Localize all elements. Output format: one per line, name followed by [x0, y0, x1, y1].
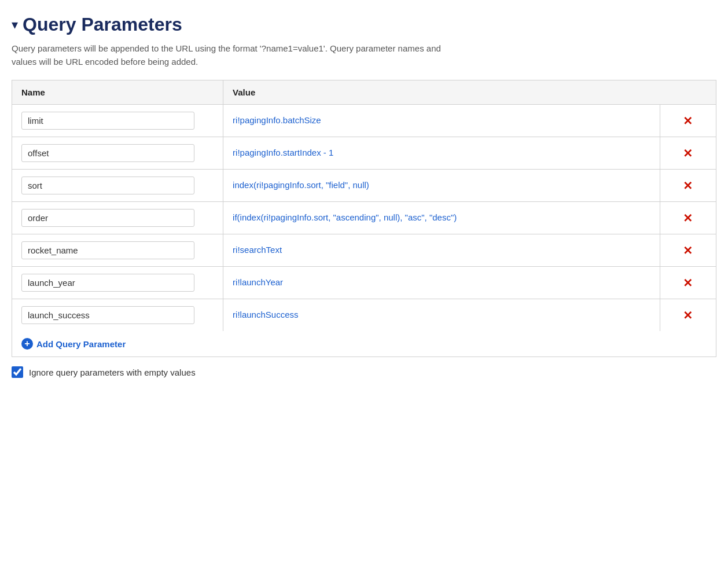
add-param-label: Add Query Parameter — [36, 339, 126, 349]
delete-icon: ✕ — [683, 212, 693, 225]
delete-param-button[interactable]: ✕ — [678, 307, 697, 324]
param-value-cell: index(ri!pagingInfo.sort, "field", null) — [223, 170, 660, 202]
add-query-param-button[interactable]: + Add Query Parameter — [21, 338, 126, 350]
table-row: if(index(ri!pagingInfo.sort, "ascending"… — [12, 202, 716, 234]
name-cell — [12, 234, 223, 267]
delete-cell: ✕ — [660, 170, 716, 202]
param-value-cell: ri!pagingInfo.startIndex - 1 — [223, 137, 660, 170]
delete-cell: ✕ — [660, 267, 716, 299]
param-name-input[interactable] — [21, 209, 194, 227]
param-name-input[interactable] — [21, 177, 194, 194]
section-title: Query Parameters — [23, 14, 182, 35]
param-name-input[interactable] — [21, 306, 194, 324]
delete-cell: ✕ — [660, 234, 716, 267]
delete-param-button[interactable]: ✕ — [678, 242, 697, 259]
ignore-empty-label[interactable]: Ignore query parameters with empty value… — [29, 368, 196, 377]
section-header: ▾ Query Parameters — [12, 14, 716, 35]
table-row: ri!pagingInfo.batchSize✕ — [12, 105, 716, 137]
param-name-input[interactable] — [21, 112, 194, 130]
delete-param-button[interactable]: ✕ — [678, 210, 697, 226]
delete-cell: ✕ — [660, 137, 716, 170]
delete-icon: ✕ — [683, 309, 693, 322]
name-column-header: Name — [12, 80, 223, 105]
add-param-row: + Add Query Parameter — [12, 331, 716, 357]
table-row: ri!launchYear✕ — [12, 267, 716, 299]
name-cell — [12, 105, 223, 137]
table-header-row: Name Value — [12, 80, 716, 105]
name-cell — [12, 267, 223, 299]
name-cell — [12, 299, 223, 332]
delete-param-button[interactable]: ✕ — [678, 113, 697, 129]
delete-column-header — [660, 80, 716, 105]
ignore-empty-row: Ignore query parameters with empty value… — [12, 366, 716, 378]
delete-icon: ✕ — [683, 179, 693, 192]
add-icon: + — [21, 338, 33, 350]
delete-icon: ✕ — [683, 244, 693, 257]
name-cell — [12, 170, 223, 202]
table-row: ri!pagingInfo.startIndex - 1✕ — [12, 137, 716, 170]
delete-param-button[interactable]: ✕ — [678, 275, 697, 291]
query-params-table: Name Value ri!pagingInfo.batchSize✕ri!pa… — [12, 80, 716, 357]
param-value-cell: ri!searchText — [223, 234, 660, 267]
param-name-input[interactable] — [21, 241, 194, 259]
delete-cell: ✕ — [660, 202, 716, 234]
delete-icon: ✕ — [683, 115, 693, 127]
value-column-header: Value — [223, 80, 660, 105]
table-row: ri!searchText✕ — [12, 234, 716, 267]
param-value-cell: if(index(ri!pagingInfo.sort, "ascending"… — [223, 202, 660, 234]
delete-param-button[interactable]: ✕ — [678, 145, 697, 161]
delete-cell: ✕ — [660, 299, 716, 332]
section-description: Query parameters will be appended to the… — [12, 42, 451, 68]
delete-icon: ✕ — [683, 277, 693, 289]
ignore-empty-checkbox[interactable] — [12, 366, 23, 378]
param-name-input[interactable] — [21, 144, 194, 162]
param-value-cell: ri!pagingInfo.batchSize — [223, 105, 660, 137]
table-row: ri!launchSuccess✕ — [12, 299, 716, 332]
add-param-cell: + Add Query Parameter — [12, 331, 716, 357]
delete-cell: ✕ — [660, 105, 716, 137]
name-cell — [12, 137, 223, 170]
name-cell — [12, 202, 223, 234]
param-name-input[interactable] — [21, 274, 194, 292]
param-value-cell: ri!launchSuccess — [223, 299, 660, 332]
param-value-cell: ri!launchYear — [223, 267, 660, 299]
delete-icon: ✕ — [683, 147, 693, 160]
chevron-icon[interactable]: ▾ — [12, 17, 18, 32]
table-row: index(ri!pagingInfo.sort, "field", null)… — [12, 170, 716, 202]
delete-param-button[interactable]: ✕ — [678, 178, 697, 194]
